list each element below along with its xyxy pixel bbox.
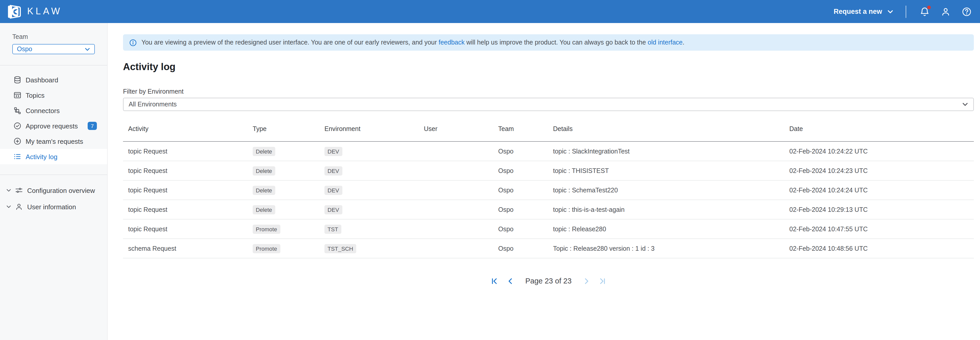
sidebar-item-my-teams-requests[interactable]: My team's requests xyxy=(0,134,107,149)
sidebar-item-label: Activity log xyxy=(25,153,57,160)
environment-chip: DEV xyxy=(325,166,342,175)
column-header-details: Details xyxy=(553,125,789,133)
sliders-icon xyxy=(15,186,23,195)
table-row: topic Request Delete DEV Ospo topic : th… xyxy=(123,200,974,220)
environment-chip: DEV xyxy=(325,205,342,214)
page-title: Activity log xyxy=(123,62,974,73)
request-a-new-label: Request a new xyxy=(834,8,882,15)
cell-activity: topic Request xyxy=(128,187,253,194)
column-header-user: User xyxy=(424,125,498,133)
team-select[interactable]: Ospo xyxy=(12,44,95,54)
next-page-button[interactable] xyxy=(583,277,590,285)
table-row: topic Request Delete DEV Ospo topic : Sc… xyxy=(123,180,974,200)
klaw-logo[interactable]: KLAW xyxy=(6,3,62,20)
team-selected-value: Ospo xyxy=(17,46,32,53)
preview-info-banner: You are viewing a preview of the redesig… xyxy=(123,34,974,51)
cell-details: topic : SchemaTest220 xyxy=(553,187,789,194)
cell-date: 02-Feb-2024 10:24:24 UTC xyxy=(789,187,974,194)
klaw-logo-icon xyxy=(6,3,22,20)
cell-activity: schema Request xyxy=(128,245,253,252)
notifications-bell-icon[interactable] xyxy=(920,6,930,17)
cell-activity: topic Request xyxy=(128,148,253,155)
cell-date: 02-Feb-2024 10:48:56 UTC xyxy=(789,245,974,252)
type-chip: Delete xyxy=(253,185,275,195)
environment-selected-value: All Environments xyxy=(129,101,177,108)
table-row: schema Request Promote TST_SCH Ospo Topi… xyxy=(123,239,974,258)
notification-dot xyxy=(927,5,931,9)
cell-team: Ospo xyxy=(498,187,553,194)
connectors-icon xyxy=(13,106,22,115)
cell-activity: topic Request xyxy=(128,206,253,213)
team-label: Team xyxy=(12,33,95,40)
pagination: Page 23 of 23 xyxy=(123,277,974,285)
column-header-type: Type xyxy=(253,125,325,133)
table-header-row: Activity Type Environment User Team Deta… xyxy=(123,125,974,142)
plus-circle-icon xyxy=(13,137,22,145)
table-row: topic Request Delete DEV Ospo topic : TH… xyxy=(123,161,974,180)
previous-page-button[interactable] xyxy=(506,277,514,285)
sidebar-item-label: Connectors xyxy=(25,107,60,114)
old-interface-link[interactable]: old interface xyxy=(648,39,682,46)
sidebar-item-label: Dashboard xyxy=(25,76,58,84)
last-page-button[interactable] xyxy=(599,277,606,285)
cell-team: Ospo xyxy=(498,167,553,174)
cell-date: 02-Feb-2024 10:24:22 UTC xyxy=(789,148,974,155)
primary-navigation: Dashboard Topics Connectors xyxy=(0,65,107,164)
cell-team: Ospo xyxy=(498,206,553,213)
type-chip: Delete xyxy=(253,147,275,156)
sidebar-item-label: Topics xyxy=(25,91,45,99)
sidebar-item-approve-requests[interactable]: Approve requests 7 xyxy=(0,118,107,134)
table-body: topic Request Delete DEV Ospo topic : Sl… xyxy=(123,142,974,258)
type-chip: Delete xyxy=(253,166,275,175)
environment-chip: DEV xyxy=(325,147,342,156)
cell-date: 02-Feb-2024 10:29:13 UTC xyxy=(789,206,974,213)
sidebar: Team Ospo Dashboard xyxy=(0,23,108,340)
sidebar-item-user-information[interactable]: User information xyxy=(0,199,107,215)
cell-team: Ospo xyxy=(498,245,553,252)
help-icon[interactable] xyxy=(961,6,972,17)
brand-name: KLAW xyxy=(27,6,62,17)
sidebar-item-activity-log[interactable]: Activity log xyxy=(0,149,107,164)
activity-log-table: Activity Type Environment User Team Deta… xyxy=(123,125,974,258)
column-header-environment: Environment xyxy=(325,125,424,133)
request-a-new-button[interactable]: Request a new xyxy=(834,8,893,15)
chevron-down-icon xyxy=(6,204,11,209)
column-header-team: Team xyxy=(498,125,553,133)
list-icon xyxy=(13,152,22,161)
type-chip: Promote xyxy=(253,225,280,234)
cell-activity: topic Request xyxy=(128,225,253,232)
cell-date: 02-Feb-2024 10:47:55 UTC xyxy=(789,225,974,232)
sidebar-item-label: My team's requests xyxy=(25,138,83,145)
feedback-link[interactable]: feedback xyxy=(439,39,465,46)
chevron-down-icon xyxy=(6,188,11,193)
column-header-date: Date xyxy=(789,125,974,133)
topbar-actions: Request a new xyxy=(834,5,975,17)
banner-text-part: . xyxy=(683,39,684,46)
cell-team: Ospo xyxy=(498,225,553,232)
environment-chip: TST_SCH xyxy=(325,244,356,253)
sidebar-item-configuration-overview[interactable]: Configuration overview xyxy=(0,182,107,199)
topics-icon xyxy=(13,91,22,99)
top-navigation-bar: KLAW Request a new xyxy=(0,0,980,23)
first-page-button[interactable] xyxy=(490,277,498,285)
environment-chip: DEV xyxy=(325,185,342,195)
environment-filter-select[interactable]: All Environments xyxy=(123,98,974,111)
sidebar-item-dashboard[interactable]: Dashboard xyxy=(0,72,107,87)
person-icon xyxy=(15,202,23,211)
approve-requests-count-badge: 7 xyxy=(88,122,97,130)
pagination-label: Page 23 of 23 xyxy=(525,277,572,285)
cell-details: Topic : Release280 version : 1 id : 3 xyxy=(553,245,789,252)
sidebar-item-topics[interactable]: Topics xyxy=(0,87,107,103)
sidebar-item-label: User information xyxy=(27,203,76,210)
sidebar-item-label: Approve requests xyxy=(25,122,78,130)
table-row: topic Request Promote TST Ospo topic : R… xyxy=(123,220,974,239)
database-icon xyxy=(13,76,22,84)
sidebar-item-label: Configuration overview xyxy=(27,187,95,194)
user-profile-icon[interactable] xyxy=(940,6,951,17)
sidebar-item-connectors[interactable]: Connectors xyxy=(0,103,107,118)
main-content: You are viewing a preview of the redesig… xyxy=(108,23,980,340)
cell-details: topic : this-is-a-test-again xyxy=(553,206,789,213)
cell-details: topic : SlackIntegrationTest xyxy=(553,148,789,155)
app-viewport: KLAW Request a new xyxy=(0,0,980,340)
info-icon xyxy=(129,39,137,46)
